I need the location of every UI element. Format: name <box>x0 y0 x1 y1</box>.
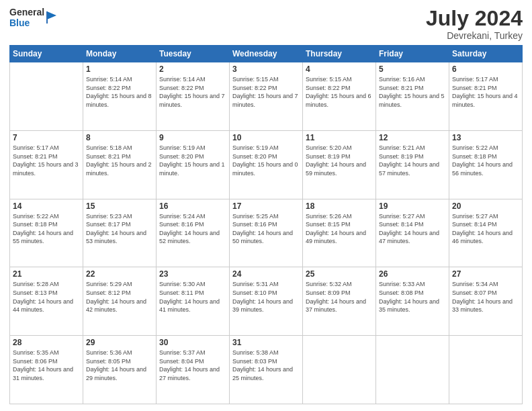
day-number: 1 <box>86 64 153 74</box>
day-number: 2 <box>159 64 226 74</box>
day-info: Sunrise: 5:26 AMSunset: 8:15 PMDaylight:… <box>306 212 373 246</box>
day-info: Sunrise: 5:33 AMSunset: 8:08 PMDaylight:… <box>379 280 446 314</box>
day-number: 5 <box>379 64 446 74</box>
day-number: 8 <box>86 133 153 142</box>
svg-marker-0 <box>47 11 56 19</box>
table-row: 4Sunrise: 5:15 AMSunset: 8:22 PMDaylight… <box>303 62 376 131</box>
day-number: 18 <box>306 201 373 211</box>
day-number: 4 <box>306 64 373 74</box>
day-number: 17 <box>232 201 300 211</box>
calendar-week-row: 28Sunrise: 5:35 AMSunset: 8:06 PMDayligh… <box>10 336 523 404</box>
day-info: Sunrise: 5:36 AMSunset: 8:05 PMDaylight:… <box>86 349 153 382</box>
calendar-table: Sunday Monday Tuesday Wednesday Thursday… <box>9 45 523 404</box>
calendar-header-row: Sunday Monday Tuesday Wednesday Thursday… <box>10 46 523 62</box>
day-number: 6 <box>452 64 519 74</box>
day-info: Sunrise: 5:28 AMSunset: 8:13 PMDaylight:… <box>13 280 80 314</box>
day-number: 26 <box>379 269 446 279</box>
day-info: Sunrise: 5:17 AMSunset: 8:21 PMDaylight:… <box>452 75 519 109</box>
day-info: Sunrise: 5:19 AMSunset: 8:20 PMDaylight:… <box>232 144 300 177</box>
table-row: 15Sunrise: 5:23 AMSunset: 8:17 PMDayligh… <box>83 199 157 267</box>
day-number: 19 <box>379 201 446 211</box>
calendar-week-row: 7Sunrise: 5:17 AMSunset: 8:21 PMDaylight… <box>10 130 523 199</box>
day-number: 20 <box>452 201 519 211</box>
table-row <box>10 62 83 131</box>
page: General Blue July 2024 Devrekani, Turkey… <box>0 0 532 411</box>
day-info: Sunrise: 5:27 AMSunset: 8:14 PMDaylight:… <box>452 212 519 246</box>
day-number: 31 <box>232 338 300 347</box>
day-info: Sunrise: 5:22 AMSunset: 8:18 PMDaylight:… <box>13 212 80 246</box>
day-number: 27 <box>452 269 519 279</box>
calendar-week-row: 21Sunrise: 5:28 AMSunset: 8:13 PMDayligh… <box>10 267 523 336</box>
table-row: 27Sunrise: 5:34 AMSunset: 8:07 PMDayligh… <box>449 267 523 336</box>
table-row: 18Sunrise: 5:26 AMSunset: 8:15 PMDayligh… <box>303 199 376 267</box>
table-row: 9Sunrise: 5:19 AMSunset: 8:20 PMDaylight… <box>157 130 230 199</box>
col-sunday: Sunday <box>10 46 83 62</box>
logo-flag-icon <box>46 10 58 25</box>
table-row: 7Sunrise: 5:17 AMSunset: 8:21 PMDaylight… <box>10 130 83 199</box>
day-number: 13 <box>452 133 519 142</box>
col-friday: Friday <box>376 46 449 62</box>
table-row: 8Sunrise: 5:18 AMSunset: 8:21 PMDaylight… <box>83 130 157 199</box>
day-number: 21 <box>13 269 80 279</box>
table-row: 12Sunrise: 5:21 AMSunset: 8:19 PMDayligh… <box>376 130 449 199</box>
day-info: Sunrise: 5:23 AMSunset: 8:17 PMDaylight:… <box>86 212 153 246</box>
day-info: Sunrise: 5:34 AMSunset: 8:07 PMDaylight:… <box>452 280 519 314</box>
day-info: Sunrise: 5:24 AMSunset: 8:16 PMDaylight:… <box>159 212 226 246</box>
day-info: Sunrise: 5:29 AMSunset: 8:12 PMDaylight:… <box>86 280 153 314</box>
col-thursday: Thursday <box>303 46 376 62</box>
table-row: 17Sunrise: 5:25 AMSunset: 8:16 PMDayligh… <box>230 199 303 267</box>
col-monday: Monday <box>83 46 157 62</box>
day-number: 28 <box>13 338 80 347</box>
table-row: 31Sunrise: 5:38 AMSunset: 8:03 PMDayligh… <box>230 336 303 404</box>
table-row: 29Sunrise: 5:36 AMSunset: 8:05 PMDayligh… <box>83 336 157 404</box>
day-info: Sunrise: 5:18 AMSunset: 8:21 PMDaylight:… <box>86 144 153 177</box>
calendar-week-row: 14Sunrise: 5:22 AMSunset: 8:18 PMDayligh… <box>10 199 523 267</box>
day-number: 12 <box>379 133 446 142</box>
day-info: Sunrise: 5:17 AMSunset: 8:21 PMDaylight:… <box>13 144 80 177</box>
table-row: 14Sunrise: 5:22 AMSunset: 8:18 PMDayligh… <box>10 199 83 267</box>
logo-blue: Blue <box>9 17 44 28</box>
calendar-week-row: 1Sunrise: 5:14 AMSunset: 8:22 PMDaylight… <box>10 62 523 131</box>
table-row: 5Sunrise: 5:16 AMSunset: 8:21 PMDaylight… <box>376 62 449 131</box>
logo-general: General <box>9 7 44 17</box>
day-number: 15 <box>86 201 153 211</box>
day-info: Sunrise: 5:20 AMSunset: 8:19 PMDaylight:… <box>306 144 373 177</box>
table-row: 22Sunrise: 5:29 AMSunset: 8:12 PMDayligh… <box>83 267 157 336</box>
day-info: Sunrise: 5:15 AMSunset: 8:22 PMDaylight:… <box>232 75 300 109</box>
day-info: Sunrise: 5:37 AMSunset: 8:04 PMDaylight:… <box>159 349 226 382</box>
day-info: Sunrise: 5:15 AMSunset: 8:22 PMDaylight:… <box>306 75 373 109</box>
table-row <box>303 336 376 404</box>
day-number: 9 <box>159 133 226 142</box>
day-number: 22 <box>86 269 153 279</box>
day-info: Sunrise: 5:38 AMSunset: 8:03 PMDaylight:… <box>232 349 300 382</box>
day-info: Sunrise: 5:30 AMSunset: 8:11 PMDaylight:… <box>159 280 226 314</box>
table-row: 10Sunrise: 5:19 AMSunset: 8:20 PMDayligh… <box>230 130 303 199</box>
table-row <box>376 336 449 404</box>
table-row: 1Sunrise: 5:14 AMSunset: 8:22 PMDaylight… <box>83 62 157 131</box>
day-info: Sunrise: 5:25 AMSunset: 8:16 PMDaylight:… <box>232 212 300 246</box>
table-row: 28Sunrise: 5:35 AMSunset: 8:06 PMDayligh… <box>10 336 83 404</box>
header: General Blue July 2024 Devrekani, Turkey <box>9 7 523 41</box>
table-row: 6Sunrise: 5:17 AMSunset: 8:21 PMDaylight… <box>449 62 523 131</box>
day-number: 10 <box>232 133 300 142</box>
day-number: 23 <box>159 269 226 279</box>
day-number: 30 <box>159 338 226 347</box>
day-info: Sunrise: 5:32 AMSunset: 8:09 PMDaylight:… <box>306 280 373 314</box>
table-row: 21Sunrise: 5:28 AMSunset: 8:13 PMDayligh… <box>10 267 83 336</box>
day-number: 25 <box>306 269 373 279</box>
table-row: 30Sunrise: 5:37 AMSunset: 8:04 PMDayligh… <box>157 336 230 404</box>
page-location: Devrekani, Turkey <box>426 30 523 41</box>
page-title: July 2024 <box>426 7 523 30</box>
table-row: 16Sunrise: 5:24 AMSunset: 8:16 PMDayligh… <box>157 199 230 267</box>
table-row: 13Sunrise: 5:22 AMSunset: 8:18 PMDayligh… <box>449 130 523 199</box>
day-info: Sunrise: 5:16 AMSunset: 8:21 PMDaylight:… <box>379 75 446 109</box>
day-number: 16 <box>159 201 226 211</box>
day-number: 3 <box>232 64 300 74</box>
day-info: Sunrise: 5:21 AMSunset: 8:19 PMDaylight:… <box>379 144 446 177</box>
table-row: 23Sunrise: 5:30 AMSunset: 8:11 PMDayligh… <box>157 267 230 336</box>
table-row: 11Sunrise: 5:20 AMSunset: 8:19 PMDayligh… <box>303 130 376 199</box>
svg-rect-1 <box>46 11 48 24</box>
table-row <box>449 336 523 404</box>
day-number: 29 <box>86 338 153 347</box>
logo: General Blue <box>9 7 58 28</box>
